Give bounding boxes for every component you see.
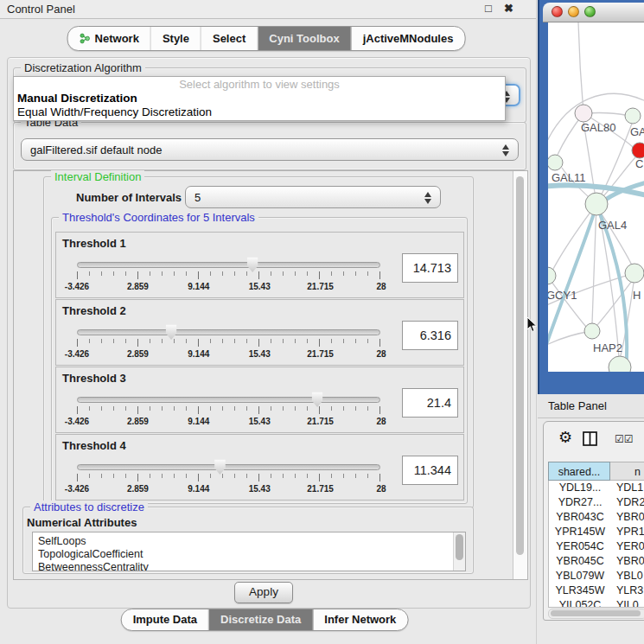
list-vertical-scrollbar[interactable] [453, 532, 465, 571]
split-columns-icon[interactable] [583, 431, 597, 446]
table-row[interactable]: YBR043CYBR0 [549, 510, 644, 525]
threshold-4-value-field[interactable]: 11.344 [402, 456, 458, 485]
zoom-traffic-light-icon[interactable] [584, 6, 596, 17]
table-row[interactable]: YDR27...YDR2 [549, 495, 644, 510]
node-hap2[interactable] [584, 323, 600, 339]
node-label-gal11: GAL11 [552, 171, 586, 184]
table-row[interactable]: YDL19...YDL1 [549, 481, 644, 495]
table-row[interactable]: YBL079WYBL0 [549, 569, 644, 583]
numerical-attributes-list[interactable]: SelfLoops TopologicalCoefficient Between… [32, 532, 466, 571]
slider-thumb[interactable] [311, 392, 324, 407]
table-row[interactable]: YPR145WYPR1 [549, 525, 644, 539]
slider-major-ticks [77, 271, 381, 279]
threshold-1-value-field[interactable]: 14.713 [402, 253, 458, 283]
slider-thumb[interactable] [165, 324, 178, 340]
scrollbar-thumb[interactable] [551, 610, 641, 616]
scrollbar-thumb[interactable] [456, 534, 463, 560]
slider-major-ticks [77, 406, 381, 414]
tab-network[interactable]: Network [68, 27, 151, 50]
dropdown-option-manual-discretization[interactable]: Manual Discretization [14, 92, 505, 105]
dropdown-option-equal-width-frequency[interactable]: Equal Width/Frequency Discretization [14, 105, 505, 119]
table-panel-window: ⚙ ☑☑ shared... n YDL19...YDL1 YDR27...YD… [543, 421, 644, 621]
node-right-h[interactable] [625, 264, 644, 283]
thresholds-group: Threshold's Coordinates for 5 Intervals … [51, 217, 468, 504]
table-row[interactable]: YIL052CYIL0 [549, 598, 644, 608]
interval-definition-group: Interval Definition Number of Intervals … [43, 176, 474, 508]
list-item[interactable]: TopologicalCoefficient [33, 548, 465, 561]
tab-network-label: Network [95, 27, 139, 50]
attributes-group-label: Attributes to discretize [30, 501, 148, 513]
table-row[interactable]: YER054CYER0 [549, 539, 644, 554]
table-row[interactable]: YBR045CYBR0 [549, 554, 644, 569]
threshold-1-panel: Threshold 1 -3.426 2.859 9.144 [55, 232, 464, 298]
slider-track[interactable] [77, 329, 380, 335]
tab-infer-network[interactable]: Infer Network [313, 609, 407, 630]
panel-vertical-scrollbar[interactable] [513, 171, 527, 579]
node-label-clipped-c: C [635, 157, 643, 170]
tab-select-label: Select [213, 27, 245, 50]
apply-button[interactable]: Apply [234, 582, 293, 603]
column-header-name[interactable]: n [610, 462, 644, 481]
discretization-algorithm-label: Discretization Algorithm [21, 61, 145, 74]
tab-cyni-toolbox[interactable]: Cyni Toolbox [258, 27, 351, 50]
tab-style[interactable]: Style [151, 27, 201, 50]
cyni-mode-tabbar: Impute Data Discretize Data Infer Networ… [121, 609, 409, 631]
tab-jactivemnodules[interactable]: jActiveMNodules [352, 27, 465, 50]
table-row[interactable]: YLR345WYLR3 [549, 583, 644, 598]
threshold-4-slider[interactable]: -3.426 2.859 9.144 15.43 21.715 28 [77, 457, 381, 497]
node-gcy1[interactable] [548, 267, 556, 284]
close-window-icon[interactable]: ✖ [504, 2, 513, 15]
attributes-group: Attributes to discretize Numerical Attri… [22, 507, 474, 574]
scrollbar-thumb[interactable] [516, 176, 524, 555]
number-of-intervals-combobox[interactable]: 5 [185, 186, 441, 208]
table-data-combobox[interactable]: galFiltered.sif default node [21, 138, 519, 161]
tab-impute-data-label: Impute Data [133, 609, 197, 630]
node-label-gal80: GAL80 [581, 121, 615, 134]
threshold-3-panel: Threshold 3 -3.426 2.859 9.144 [55, 367, 464, 433]
column-header-shared-name[interactable]: shared... [548, 462, 610, 481]
settings-gear-icon[interactable]: ⚙ [558, 428, 572, 447]
slider-thumb[interactable] [246, 257, 259, 272]
algorithm-dropdown-popup: Select algorithm to view settings Manual… [13, 76, 506, 121]
threshold-1-slider[interactable]: -3.426 2.859 9.144 15.43 21.715 28 [77, 255, 381, 295]
number-of-intervals-label: Number of Intervals [76, 191, 182, 204]
slider-track[interactable] [77, 464, 380, 470]
node-label-gal4: GAL4 [598, 219, 627, 232]
minimize-traffic-light-icon[interactable] [568, 6, 579, 17]
list-item[interactable]: SelfLoops [33, 532, 465, 548]
threshold-2-value-field[interactable]: 6.316 [402, 321, 458, 350]
slider-thumb[interactable] [214, 459, 226, 475]
table-horizontal-scrollbar[interactable] [548, 609, 644, 619]
close-traffic-light-icon[interactable] [552, 6, 563, 17]
threshold-3-slider[interactable]: -3.426 2.859 9.144 15.43 21.715 28 [77, 390, 381, 430]
tab-discretize-data-label: Discretize Data [220, 609, 301, 630]
thresholds-group-label: Threshold's Coordinates for 5 Intervals [59, 211, 258, 224]
threshold-1-label: Threshold 1 [62, 237, 126, 250]
tab-cyni-toolbox-label: Cyni Toolbox [269, 27, 339, 50]
float-window-icon[interactable]: □ [485, 2, 492, 15]
slider-track[interactable] [77, 397, 380, 403]
threshold-3-value-field[interactable]: 21.4 [402, 388, 458, 418]
cyni-toolbox-panel: Discretization Algorithm Select algorith… [7, 57, 531, 609]
list-item[interactable]: BetweennessCentrality [33, 561, 465, 571]
network-canvas[interactable]: GAL80 GA C GAL11 GAL4 GCY1 H HAP2 [548, 22, 644, 372]
table-data-selected-value: galFiltered.sif default node [30, 143, 162, 156]
tab-impute-data[interactable]: Impute Data [122, 609, 209, 630]
settings-scroll-panel: Interval Definition Number of Intervals … [13, 170, 528, 580]
table-header-row: shared... n [548, 462, 644, 481]
interval-definition-label: Interval Definition [51, 170, 144, 183]
threshold-2-slider[interactable]: -3.426 2.859 9.144 15.43 21.715 28 [77, 322, 381, 362]
tab-select[interactable]: Select [201, 27, 258, 50]
dropdown-hint-option[interactable]: Select algorithm to view settings [14, 77, 505, 92]
node-top-right[interactable] [625, 108, 641, 124]
node-red-selected[interactable] [632, 143, 644, 158]
select-columns-checkbox-icon[interactable]: ☑☑ [615, 433, 634, 445]
tab-discretize-data[interactable]: Discretize Data [209, 609, 313, 630]
threshold-4-panel: Threshold 4 -3.426 2.859 9.144 [55, 434, 464, 501]
slider-track[interactable] [77, 262, 380, 268]
tab-style-label: Style [163, 27, 189, 50]
node-gal11[interactable] [548, 155, 563, 170]
node-gal80[interactable] [575, 105, 592, 122]
node-gal4[interactable] [585, 193, 608, 215]
node-attribute-table: shared... n YDL19...YDL1 YDR27...YDR2 YB… [548, 462, 644, 608]
